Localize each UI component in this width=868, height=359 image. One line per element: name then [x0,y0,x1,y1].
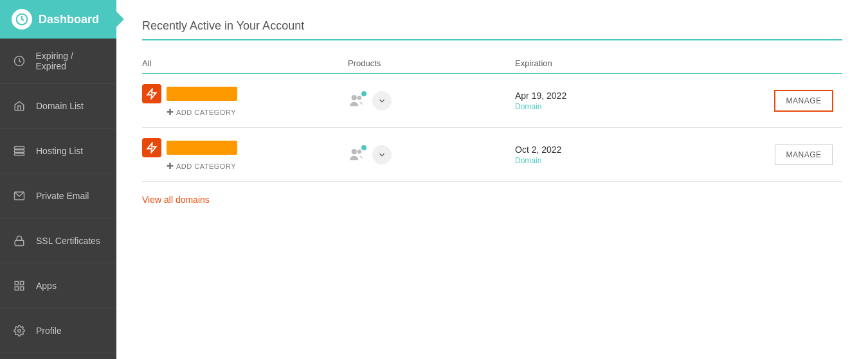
dashboard-logo [12,9,32,30]
name-bar [167,87,237,101]
sidebar-item-label: Expiring / Expired [36,51,105,71]
email-icon [12,188,27,204]
home-icon [12,98,27,114]
sidebar-item-domain-list[interactable]: Domain List [0,83,116,128]
col-products-header: Products [348,58,515,68]
view-all-domains-link[interactable]: View all domains [142,195,210,205]
sidebar-title: Dashboard [39,13,99,26]
sidebar: Dashboard Expiring / Expired Domain List [0,0,116,359]
row-products-col [348,91,515,110]
add-category-button[interactable]: ✚ ADD CATEGORY [167,107,348,117]
row-name-top [142,84,348,103]
svg-point-15 [357,149,362,153]
manage-button-1[interactable]: MANAGE [774,90,833,112]
apps-icon [12,278,27,293]
add-category-label: ADD CATEGORY [176,162,236,170]
add-category-button[interactable]: ✚ ADD CATEGORY [167,161,348,171]
server-icon [12,143,27,159]
svg-rect-7 [15,281,18,285]
sidebar-item-private-email[interactable]: Private Email [0,173,116,218]
sidebar-item-profile[interactable]: Profile [0,308,116,353]
svg-point-13 [357,95,362,100]
sidebar-item-label: Hosting List [36,146,83,156]
svg-rect-6 [15,240,24,245]
sidebar-arrow [116,12,124,27]
row-action-col: MANAGE [765,90,842,112]
sidebar-item-hosting-list[interactable]: Hosting List [0,128,116,173]
add-category-label: ADD CATEGORY [176,109,236,116]
lock-icon [12,233,27,249]
sidebar-item-label: Private Email [36,191,89,201]
row-name-col: ✚ ADD CATEGORY [142,138,348,171]
dropdown-arrow[interactable] [372,91,392,110]
svg-point-11 [18,329,21,332]
sidebar-item-label: Profile [36,326,62,336]
expiration-date: Apr 19, 2022 [515,91,765,101]
expiration-type: Domain [515,156,765,165]
sidebar-item-ssl-certificates[interactable]: SSL Certificates [0,218,116,263]
sidebar-nav: Expiring / Expired Domain List Hosting L… [0,39,116,359]
gear-icon [12,323,27,338]
section-title: Recently Active in Your Account [142,19,842,33]
expiration-type: Domain [515,102,765,111]
col-expiration-header: Expiration [515,58,765,68]
table-row: ✚ ADD CATEGORY [142,128,842,182]
svg-point-14 [352,149,357,154]
manage-button-2[interactable]: MANAGE [775,144,832,165]
row-products-col [348,145,515,164]
name-icon [142,138,161,157]
row-expiration-col: Oct 2, 2022 Domain [515,144,765,165]
teal-dot [361,145,366,150]
product-icon-wrap [348,146,365,163]
dropdown-arrow[interactable] [372,145,392,164]
plus-icon: ✚ [167,107,174,117]
name-icon [142,84,161,103]
table-row: ✚ ADD CATEGORY [142,74,842,128]
expiration-date: Oct 2, 2022 [515,144,765,155]
sidebar-item-apps[interactable]: Apps [0,263,116,308]
sidebar-item-label: SSL Certificates [36,236,100,246]
svg-rect-4 [15,153,24,155]
teal-dot [361,91,366,96]
main-content: Recently Active in Your Account All Prod… [116,0,868,359]
row-expiration-col: Apr 19, 2022 Domain [515,91,765,111]
sidebar-header: Dashboard [0,0,116,39]
svg-rect-8 [21,281,24,285]
clock-icon [12,53,27,69]
plus-icon: ✚ [167,161,174,171]
svg-rect-9 [15,286,18,290]
product-icon-wrap [348,92,365,109]
svg-rect-10 [21,286,24,290]
name-bar [167,141,237,155]
sidebar-item-label: Apps [36,281,57,291]
svg-point-12 [352,95,357,100]
row-name-col: ✚ ADD CATEGORY [142,84,348,117]
row-action-col: MANAGE [765,144,842,165]
section-divider [142,39,842,40]
svg-rect-2 [15,146,24,149]
sidebar-item-expiring[interactable]: Expiring / Expired [0,39,116,83]
row-name-top [142,138,348,157]
sidebar-item-label: Domain List [36,101,84,111]
col-all-header: All [142,58,348,68]
table-header: All Products Expiration [142,53,842,74]
svg-rect-3 [15,150,24,152]
